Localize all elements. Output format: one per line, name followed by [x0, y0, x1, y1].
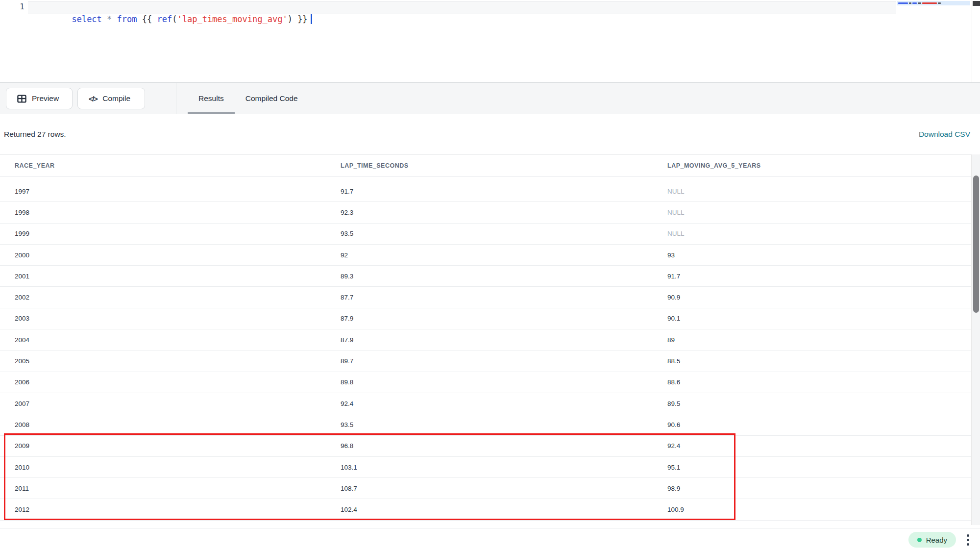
code-token: 'lap_times_moving_avg' [177, 14, 287, 24]
cell-lap-moving-avg: 88.6 [653, 378, 971, 386]
cell-lap-moving-avg: NULL [653, 230, 971, 237]
download-csv-link[interactable]: Download CSV [919, 130, 970, 139]
table-row: 1998 92.3 NULL [0, 202, 971, 223]
kebab-menu-icon[interactable] [965, 532, 971, 548]
table-row: 2004 87.9 89 [0, 329, 971, 351]
tab-results[interactable]: Results [188, 83, 235, 114]
editor-scrollbar[interactable] [972, 0, 980, 82]
cell-lap-moving-avg: 89 [653, 336, 971, 344]
table-row: 2009 96.8 92.4 [0, 436, 971, 457]
code-token [102, 14, 107, 24]
cell-lap-time-seconds: 91.7 [326, 188, 653, 195]
status-bar: Ready [0, 528, 980, 551]
cell-lap-time-seconds: 87.9 [326, 336, 653, 344]
code-token: from [117, 14, 137, 24]
cell-lap-moving-avg: 90.1 [653, 315, 971, 322]
table-row: 2003 87.9 90.1 [0, 308, 971, 329]
preview-button-label: Preview [32, 94, 59, 103]
column-header-lap-moving-avg: LAP_MOVING_AVG_5_YEARS [653, 162, 971, 169]
cell-lap-time-seconds: 93.5 [326, 230, 653, 237]
compile-button[interactable]: </> Compile [77, 88, 145, 109]
cell-lap-time-seconds: 92 [326, 251, 653, 259]
cell-lap-time-seconds: 87.7 [326, 294, 653, 301]
cell-lap-time-seconds: 89.8 [326, 378, 653, 386]
results-tabs: Results Compiled Code [188, 83, 309, 114]
cell-lap-moving-avg: 100.9 [653, 506, 971, 513]
column-header-lap-time-seconds: LAP_TIME_SECONDS [326, 162, 653, 169]
sql-editor[interactable]: 1 select * from {{ ref('lap_times_moving… [0, 0, 980, 82]
cell-lap-time-seconds: 102.4 [326, 506, 653, 513]
results-panel: Preview </> Compile Results Compiled Cod… [0, 82, 980, 551]
cell-race-year: 2009 [0, 442, 326, 450]
table-scrollbar[interactable] [971, 154, 980, 525]
tab-compiled-code[interactable]: Compiled Code [235, 83, 309, 114]
toolbar-divider [176, 83, 176, 114]
code-line[interactable]: select * from {{ ref('lap_times_moving_a… [42, 1, 312, 37]
cell-lap-moving-avg: 91.7 [653, 273, 971, 280]
cell-race-year: 2010 [0, 464, 326, 471]
cell-race-year: 2005 [0, 357, 326, 365]
cell-race-year: 2001 [0, 273, 326, 280]
cell-lap-time-seconds: 87.9 [326, 315, 653, 322]
table-row: 2012 102.4 100.9 [0, 499, 971, 520]
dbt-ide-screen: 1 select * from {{ ref('lap_times_moving… [0, 0, 980, 551]
code-token: select [72, 14, 101, 24]
minimap-mark [912, 2, 917, 4]
cell-lap-time-seconds: 93.5 [326, 421, 653, 428]
minimap-mark [922, 2, 937, 4]
minimap-mark [898, 2, 908, 4]
minimap-mark [918, 2, 921, 4]
table-grid-icon [17, 94, 26, 103]
cell-race-year: 1997 [0, 188, 326, 195]
table-scrollbar-thumb[interactable] [973, 175, 979, 313]
cell-race-year: 2004 [0, 336, 326, 344]
cell-lap-time-seconds: 92.4 [326, 400, 653, 407]
minimap-active-line [897, 1, 970, 5]
table-row: 2008 93.5 90.6 [0, 414, 971, 435]
table-row: 2006 89.8 88.6 [0, 372, 971, 393]
cell-race-year: 1999 [0, 230, 326, 237]
cell-race-year: 2007 [0, 400, 326, 407]
table-row: 2005 89.7 88.5 [0, 351, 971, 372]
cell-race-year: 2011 [0, 485, 326, 492]
cell-lap-moving-avg: 95.1 [653, 464, 971, 471]
cell-lap-time-seconds: 96.8 [326, 442, 653, 450]
results-summary-bar: Returned 27 rows. Download CSV [0, 114, 980, 154]
table-row: 1997 91.7 NULL [0, 181, 971, 202]
code-tokens: select * from {{ ref('lap_times_moving_a… [72, 14, 307, 24]
minimap-mark [909, 2, 911, 4]
cell-lap-moving-avg: NULL [653, 209, 971, 216]
compile-button-label: Compile [102, 94, 130, 103]
cell-lap-moving-avg: 88.5 [653, 357, 971, 365]
table-header-row: RACE_YEAR LAP_TIME_SECONDS LAP_MOVING_AV… [0, 154, 971, 176]
editor-scrollbar-thumb[interactable] [973, 1, 980, 6]
row-count-summary: Returned 27 rows. [4, 130, 66, 139]
cell-lap-moving-avg: 90.6 [653, 421, 971, 428]
cell-race-year: 2000 [0, 251, 326, 259]
table-body: 1997 91.7 NULL 1998 92.3 NULL 1999 93.5 … [0, 181, 971, 521]
line-number: 1 [14, 2, 24, 11]
cell-race-year: 2003 [0, 315, 326, 322]
code-token: ref [157, 14, 172, 24]
cell-race-year: 1998 [0, 209, 326, 216]
cell-race-year: 2002 [0, 294, 326, 301]
code-icon: </> [89, 95, 97, 103]
cell-lap-time-seconds: 89.7 [326, 357, 653, 365]
preview-button[interactable]: Preview [6, 88, 73, 109]
cell-lap-time-seconds: 89.3 [326, 273, 653, 280]
table-row: 2010 103.1 95.1 [0, 457, 971, 478]
table-row: 2001 89.3 91.7 [0, 266, 971, 287]
cell-lap-moving-avg: 90.9 [653, 294, 971, 301]
results-toolbar: Preview </> Compile Results Compiled Cod… [0, 83, 980, 114]
text-cursor [311, 14, 312, 24]
ready-status-badge[interactable]: Ready [908, 532, 956, 548]
code-token: ( [172, 14, 177, 24]
minimap-mark [938, 2, 941, 4]
ready-status-label: Ready [926, 536, 947, 544]
editor-minimap[interactable] [897, 0, 971, 82]
code-token: {{ [137, 14, 157, 24]
table-row: 2007 92.4 89.5 [0, 393, 971, 414]
cell-race-year: 2006 [0, 378, 326, 386]
table-row: 2002 87.7 90.9 [0, 287, 971, 308]
column-header-race-year: RACE_YEAR [0, 162, 326, 169]
